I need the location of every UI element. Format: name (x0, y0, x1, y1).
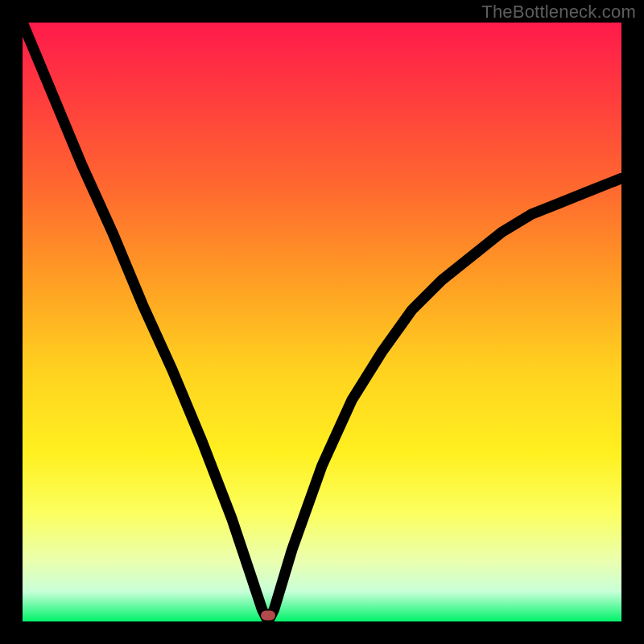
chart-frame: TheBottleneck.com (0, 0, 644, 644)
minimum-marker (261, 611, 275, 621)
curve-path (23, 23, 621, 621)
plot-area (23, 23, 621, 621)
watermark-text: TheBottleneck.com (481, 2, 636, 23)
chart-svg (23, 23, 621, 621)
